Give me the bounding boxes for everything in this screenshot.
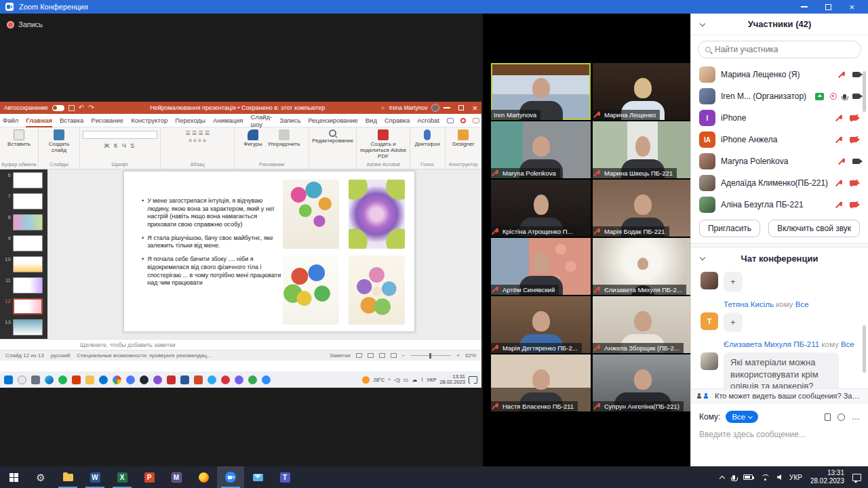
video-tile[interactable]: Артём Синявский <box>491 238 591 295</box>
video-tile[interactable]: Марія Дегтяренко ПБ-2... <box>491 296 591 353</box>
record-button-icon[interactable] <box>460 118 466 123</box>
paste-button[interactable]: Вставить <box>7 129 31 148</box>
weather-temp[interactable]: 28°C <box>373 377 384 383</box>
search-icon[interactable] <box>18 375 26 384</box>
mail-icon[interactable] <box>244 466 271 488</box>
firefox-icon[interactable] <box>190 466 217 488</box>
camera-off-icon[interactable] <box>850 115 860 121</box>
slide-thumbnail[interactable]: 11 <box>1 277 45 293</box>
slide-thumbnail[interactable]: 7 <box>1 193 45 209</box>
shapes-button[interactable]: Фигуры <box>243 129 262 148</box>
word-icon[interactable] <box>180 375 189 384</box>
search-input[interactable] <box>715 45 837 54</box>
designer-button[interactable]: Designer <box>452 129 474 148</box>
mic-icon[interactable]: ⌇ <box>420 377 423 383</box>
save-icon[interactable] <box>68 105 75 111</box>
camera-off-icon[interactable] <box>850 136 860 143</box>
acrobat-icon[interactable] <box>167 375 176 384</box>
notes-placeholder[interactable]: Щелкните, чтобы добавить заметки <box>0 339 481 350</box>
video-tile[interactable]: Супрун Ангеліна(ПБ-221) <box>593 354 692 411</box>
message-bubble[interactable]: + <box>724 312 743 333</box>
invite-button[interactable]: Пригласить <box>699 220 760 237</box>
chat-scrollbar[interactable] <box>863 325 866 373</box>
font-name-box[interactable] <box>83 131 157 139</box>
participants-scrollbar[interactable] <box>863 71 866 112</box>
tab-design[interactable]: Конструктор <box>131 117 167 124</box>
tab-animations[interactable]: Анимация <box>213 117 243 124</box>
ppt-user-avatar[interactable] <box>431 104 439 112</box>
participant-row[interactable]: Maryna Polenkova <box>691 150 868 172</box>
video-tile[interactable]: Анжела Зборщик (ПБ-2... <box>593 296 692 353</box>
tab-insert[interactable]: Вставка <box>60 117 83 124</box>
telegram-icon[interactable] <box>208 375 216 384</box>
zoom-out-icon[interactable]: − <box>402 352 406 359</box>
mic-muted-icon[interactable] <box>837 201 844 209</box>
volume-icon[interactable]: ◁) <box>394 377 400 383</box>
language-label[interactable]: русский <box>51 352 71 359</box>
slide-thumbnail[interactable]: 10 <box>1 256 45 272</box>
accessibility-label[interactable]: Специальные возможности: проверьте реком… <box>77 352 212 359</box>
start-icon[interactable] <box>0 466 27 488</box>
align-buttons[interactable]: ≡ ≡ ≡ ≡ <box>189 137 205 144</box>
settings-icon[interactable]: ⚙ <box>27 466 54 488</box>
slide-thumbnail[interactable]: 9 <box>1 235 45 251</box>
wifi-icon[interactable] <box>761 474 769 481</box>
sorter-view-icon[interactable] <box>368 353 374 358</box>
tab-draw[interactable]: Рисование <box>91 117 123 124</box>
participant-row[interactable]: Iren M... (Организатор) <box>691 85 868 107</box>
dictate-button[interactable]: Диктофон <box>415 129 440 148</box>
chat-header[interactable]: Чат конференции <box>691 247 868 269</box>
share-icon[interactable] <box>473 118 479 123</box>
zoom-in-icon[interactable]: + <box>456 352 460 359</box>
redo-icon[interactable]: ↷ <box>88 104 94 111</box>
word-icon[interactable]: W <box>81 466 108 488</box>
recipient-name[interactable]: Все <box>841 340 854 348</box>
battery-icon[interactable] <box>743 474 753 480</box>
ppt-minimize-icon[interactable] <box>443 107 450 108</box>
tab-file[interactable]: Файл <box>3 117 18 124</box>
privacy-notice[interactable]: Кто может видеть ваши сообщения? Запись … <box>691 388 868 403</box>
camera-off-icon[interactable] <box>850 201 860 208</box>
tab-help[interactable]: Справка <box>384 117 410 124</box>
video-tile-iren-martynova[interactable]: Iren Martynova <box>491 63 591 120</box>
notification-icon[interactable] <box>852 474 861 481</box>
tab-home[interactable]: Главная <box>26 114 52 127</box>
camera-on-icon[interactable] <box>852 72 860 77</box>
zoom-slider[interactable] <box>410 355 451 357</box>
clock[interactable]: 13:31 28.02.2023 <box>810 469 844 486</box>
video-tile[interactable]: Настя Власенко ПБ-211 <box>491 354 591 411</box>
video-tile[interactable]: Крістіна Атрощенко П... <box>491 180 591 237</box>
slide-thumbnail[interactable]: 8 <box>1 214 45 230</box>
store-icon[interactable] <box>72 375 81 384</box>
zoom-inner-icon[interactable] <box>262 375 271 384</box>
cloud-icon[interactable]: ☁ <box>412 377 417 383</box>
notification-icon[interactable] <box>469 376 477 384</box>
message-input[interactable]: Введите здесь сообщение... <box>699 430 860 439</box>
normal-view-icon[interactable] <box>356 353 362 358</box>
slide-thumbnail-selected[interactable]: 12 <box>1 298 45 314</box>
task-view-icon[interactable] <box>31 375 40 384</box>
loop-icon[interactable] <box>153 375 162 384</box>
tab-transitions[interactable]: Переходы <box>175 117 205 124</box>
participants-header[interactable]: Участники (42) <box>691 14 868 35</box>
adobe-pdf-button[interactable]: Создать и поделиться Adobe PDF <box>359 129 407 159</box>
skype-icon[interactable] <box>99 375 108 384</box>
mic-muted-icon[interactable] <box>837 180 844 187</box>
undo-icon[interactable]: ↶ <box>79 104 84 111</box>
explorer-icon[interactable] <box>54 466 81 488</box>
recipient-name[interactable]: Все <box>795 300 809 308</box>
participant-row[interactable]: Марина Лещенко (Я) <box>691 64 868 85</box>
mic-muted-icon[interactable] <box>837 136 844 144</box>
excel-icon[interactable]: X <box>108 466 136 488</box>
edge-icon[interactable] <box>45 375 54 384</box>
reading-view-icon[interactable] <box>379 353 385 358</box>
comments-icon[interactable] <box>447 118 454 123</box>
language-indicator[interactable]: УКР <box>427 377 436 383</box>
autosave-toggle[interactable] <box>52 105 64 111</box>
start-icon[interactable] <box>4 375 13 384</box>
mic-muted-icon[interactable] <box>837 115 844 122</box>
notes-button[interactable]: Заметки <box>330 352 351 359</box>
weather-icon[interactable] <box>362 376 370 384</box>
chevron-down-icon[interactable] <box>700 255 705 260</box>
more-icon[interactable]: … <box>852 412 860 422</box>
